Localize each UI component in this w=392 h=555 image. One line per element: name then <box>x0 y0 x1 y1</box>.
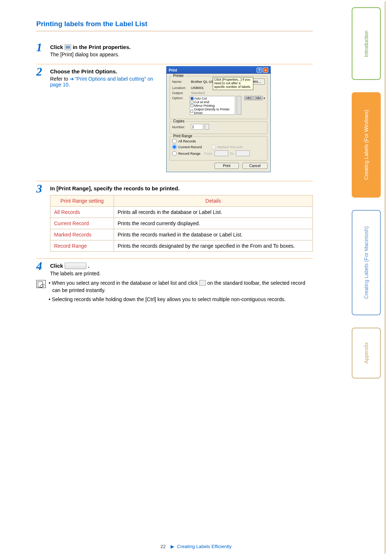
step-3-headline: In [Print Range], specify the records to… <box>50 185 313 191</box>
printer-group: Printer Name: Brother QL-1050 Properties… <box>170 76 268 119</box>
note-item: Selecting records while holding down the… <box>49 296 313 303</box>
checkbox-icon[interactable] <box>191 110 193 113</box>
checkbox-icon[interactable] <box>191 97 193 100</box>
note-icon <box>36 280 46 288</box>
step-num-3: 3 <box>36 183 47 194</box>
step-2: 2 Choose the Print Options. Refer to "Pr… <box>36 66 313 181</box>
footer-link[interactable]: Creating Labels Efficiently <box>177 544 232 549</box>
all-records-radio[interactable] <box>172 139 177 143</box>
cell: All Records <box>50 207 114 218</box>
abc-normal-icon[interactable]: ABC <box>244 96 253 100</box>
print-button-icon[interactable] <box>65 263 86 269</box>
opt-text: Auto Cut <box>194 97 207 100</box>
to-input[interactable] <box>236 150 250 156</box>
radio-label: Marked Records <box>217 145 243 149</box>
step-1-sub: The [Print] dialog box appears. <box>50 52 313 57</box>
cell: Prints the records marked in the databas… <box>114 229 313 240</box>
output-value: Standard <box>191 91 205 95</box>
cell: Current Record <box>50 218 114 229</box>
number-label: Number: <box>172 125 189 129</box>
copies-group: Copies Number: <box>170 121 268 134</box>
cell: Prints the records designated by the ran… <box>114 240 313 252</box>
cell: Prints the record currently displayed. <box>114 218 313 229</box>
output-label: Output: <box>172 91 189 95</box>
text: Refer to <box>50 76 70 82</box>
step-num-1: 1 <box>36 41 47 53</box>
print-dialog: Print ? × Printer Name: <box>166 66 271 172</box>
chevron-down-icon[interactable]: ▾ <box>264 97 265 100</box>
quick-print-icon[interactable] <box>199 280 206 286</box>
cell: Prints all records in the database or La… <box>114 207 313 218</box>
note-block: When you select any record in the databa… <box>36 279 313 304</box>
text: . <box>88 263 89 269</box>
checkbox-icon[interactable] <box>191 101 193 104</box>
spinner[interactable] <box>205 124 209 130</box>
opt-text: Mirror Printing <box>194 104 215 108</box>
tab-appendix[interactable]: Appendix <box>352 328 381 378</box>
tab-introduction[interactable]: Introduction <box>352 7 381 80</box>
checkbox-icon[interactable] <box>191 104 193 107</box>
step-1-headline: Click in the Print properties. <box>50 44 313 50</box>
help-icon[interactable]: ? <box>257 68 262 73</box>
page: { "section_title": "Printing labels from… <box>0 0 392 555</box>
text: Click <box>50 263 65 269</box>
location-label: Location: <box>172 86 189 90</box>
from-input[interactable] <box>215 150 228 156</box>
step-num-2: 2 <box>36 66 47 77</box>
tab-macintosh[interactable]: Creating Labels (For Macintosh) <box>352 210 381 315</box>
current-record-radio[interactable] <box>172 145 177 149</box>
dialog-titlebar: Print ? × <box>167 66 270 74</box>
step-4: 4 Click . The labels are printed. When y… <box>36 260 313 310</box>
location-value: USB001 <box>191 86 204 90</box>
scrollbar[interactable] <box>237 96 241 115</box>
main-content: Printing labels from the Label List 1 Cl… <box>36 20 313 312</box>
step-4-sub: The labels are printed. <box>50 271 313 276</box>
table-header-row: Print Range setting Details <box>50 195 313 207</box>
page-number: 22 <box>160 544 166 549</box>
option-list[interactable]: Auto Cut Cut at end Mirror Printing Outp… <box>189 96 235 115</box>
page-right-rule <box>385 1 385 554</box>
marked-records-radio[interactable] <box>211 145 216 149</box>
record-range-radio[interactable] <box>172 151 177 156</box>
text: . <box>69 82 70 88</box>
tab-windows[interactable]: Creating Labels (For Windows) <box>352 92 381 198</box>
copies-input[interactable] <box>191 124 203 130</box>
table-row: Record Range Prints the records designat… <box>50 240 313 252</box>
cell: Record Range <box>50 240 114 252</box>
name-label: Name: <box>172 80 189 84</box>
table-row: Current Record Prints the record current… <box>50 218 313 229</box>
group-label: Printer <box>172 74 185 78</box>
option-label: Option: <box>172 96 188 100</box>
col-header: Print Range setting <box>50 195 114 207</box>
footer: 22 ▶ Creating Labels Efficiently <box>0 544 392 549</box>
col-header: Details <box>114 195 313 207</box>
step-3: 3 In [Print Range], specify the records … <box>36 183 313 259</box>
group-label: Copies <box>172 119 185 123</box>
table-row: Marked Records Prints the records marked… <box>50 229 313 240</box>
step-num-4: 4 <box>36 260 47 272</box>
close-icon[interactable]: × <box>263 68 268 73</box>
cancel-button[interactable]: Cancel <box>242 163 268 169</box>
radio-label: All Records <box>178 139 196 143</box>
group-label: Print Range <box>172 134 193 138</box>
opt-text: Cut at end <box>194 100 209 104</box>
print-properties-icon[interactable] <box>65 44 71 50</box>
step-4-headline: Click . <box>50 263 313 269</box>
from-label: From: <box>204 151 213 155</box>
radio-label: Current Record <box>178 145 202 149</box>
note-item: When you select any record in the databa… <box>49 279 313 294</box>
text: When you select any record in the databa… <box>52 280 199 286</box>
print-button[interactable]: Print <box>215 163 239 169</box>
dialog-title: Print <box>169 68 177 72</box>
cell: Marked Records <box>50 229 114 240</box>
text: Click <box>50 44 65 50</box>
abc-mirror-icon[interactable]: ABC <box>254 96 263 100</box>
section-title: Printing labels from the Label List <box>36 20 313 31</box>
side-tabs: Introduction Creating Labels (For Window… <box>352 7 381 378</box>
print-range-table: Print Range setting Details All Records … <box>50 195 313 252</box>
table-row: All Records Prints all records in the da… <box>50 207 313 218</box>
breadcrumb-arrow-icon: ▶ <box>171 544 174 549</box>
step-2-refer: Refer to "Print Options and label cuttin… <box>50 76 159 88</box>
opt-text: Output Directly to Printer Driver <box>194 108 234 115</box>
to-label: To: <box>230 151 234 155</box>
